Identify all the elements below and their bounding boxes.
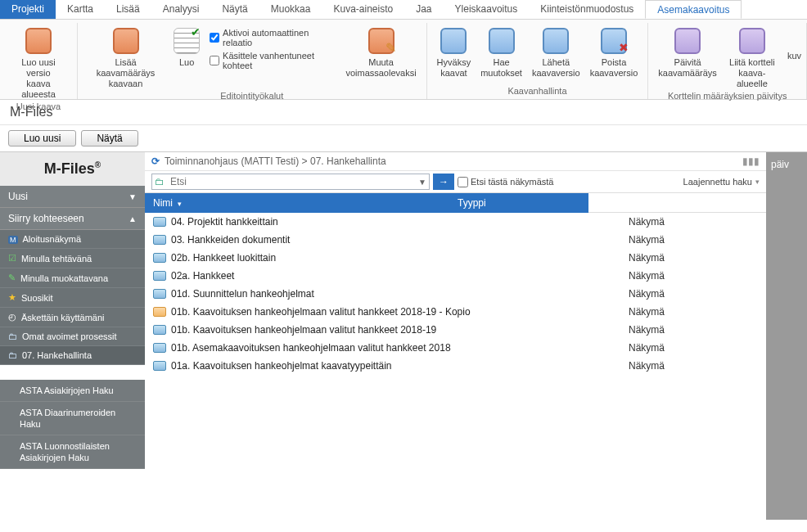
tab-analyysi[interactable]: Analyysi	[151, 0, 211, 19]
lisaa-kaavamaarays-button[interactable]: Lisää kaavamääräyskaavaan	[83, 23, 169, 91]
list-rows: 04. Projektit hankkeittainNäkymä03. Hank…	[145, 213, 766, 375]
search-icon: 🗀	[152, 176, 167, 187]
list-item[interactable]: 01b. Kaavoituksen hankeohjelmaan valitut…	[145, 303, 766, 321]
detail-pane-header	[588, 193, 766, 213]
sidebar-item-tehtavana[interactable]: Minulla tehtävänä	[0, 249, 145, 268]
search-input[interactable]	[167, 175, 416, 189]
item-name: 02a. Hankkeet	[171, 270, 629, 282]
star-icon	[8, 292, 16, 303]
home-icon	[8, 234, 18, 244]
folder-icon	[153, 307, 166, 317]
breadcrumb-bar: ⟳ Toiminnanohjaus (MATTI Testi) > 07. Ha…	[145, 152, 766, 171]
list-item[interactable]: 01d. Suunnittelun hankeohjelmatNäkymä	[145, 285, 766, 303]
luo-button[interactable]: Luo	[169, 23, 205, 70]
search-go-button[interactable]: →	[433, 174, 454, 190]
folder-icon	[153, 361, 166, 371]
list-item[interactable]: 04. Projektit hankkeittainNäkymä	[145, 213, 766, 231]
task-icon	[8, 253, 16, 264]
item-type: Näkymä	[629, 234, 758, 246]
folder-icon	[153, 343, 166, 353]
sidebar-item-suosikit[interactable]: Suosikit	[0, 288, 145, 308]
list-item[interactable]: 02b. Hankkeet luokittainNäkymä	[145, 249, 766, 267]
folder-icon	[153, 217, 166, 227]
tab-kiinteistonmuodostus[interactable]: Kiinteistönmuodostus	[529, 0, 645, 19]
partial-button[interactable]: kuv	[782, 23, 801, 63]
menu-tabs: Projekti Kartta Lisää Analyysi Näytä Muo…	[0, 0, 807, 20]
column-header-tyyppi[interactable]: Tyyppi	[449, 193, 588, 213]
sort-desc-icon	[176, 197, 182, 209]
sidebar-item-omat-prosessit[interactable]: Omat avoimet prosessit	[0, 327, 145, 346]
hyvaksy-kaavat-button[interactable]: Hyväksykaavat	[432, 23, 476, 80]
mfiles-toolbar: Luo uusi Näytä	[0, 125, 807, 151]
sidebar-item-askettain[interactable]: Äskettäin käyttämäni	[0, 308, 145, 327]
tab-yleiskaavoitus[interactable]: Yleiskaavoitus	[444, 0, 530, 19]
column-header-nimi[interactable]: Nimi	[145, 193, 449, 213]
luo-uusi-button[interactable]: Luo uusi	[8, 130, 76, 147]
kasittele-vanhentuneet-checkbox[interactable]: Käsittele vanhentuneet kohteet	[210, 51, 336, 70]
signal-icon[interactable]: ▮▮▮	[742, 156, 760, 167]
poista-kaavaversio-button[interactable]: Poistakaavaversio	[585, 23, 643, 80]
tab-kartta[interactable]: Kartta	[56, 0, 105, 19]
send-icon	[543, 28, 569, 54]
sidebar: M-Files® Uusi▼ Siirry kohteeseen▲ Aloitu…	[0, 152, 145, 520]
sidebar-item-asta-diaari[interactable]: ASTA Diaarinumeroiden Haku	[0, 402, 145, 435]
list-item[interactable]: 01b. Asemakaavoituksen hankeohjelmaan va…	[145, 339, 766, 357]
group-kaavanhallinta-label: Kaavanhallinta	[507, 86, 566, 97]
paivita-kaavamaarays-button[interactable]: Päivitäkaavamääräys	[653, 23, 722, 80]
tab-kuva-aineisto[interactable]: Kuva-aineisto	[322, 0, 404, 19]
tab-lisaa[interactable]: Lisää	[105, 0, 151, 19]
list-item[interactable]: 03. Hankkeiden dokumentitNäkymä	[145, 231, 766, 249]
folder-icon	[8, 350, 17, 360]
sidebar-section-uusi[interactable]: Uusi▼	[0, 186, 145, 208]
luo-uusi-versio-button[interactable]: Luo uusi versiokaava alueesta	[5, 23, 72, 101]
list-item[interactable]: 01a. Kaavoituksen hankeohjelmat kaavatyy…	[145, 357, 766, 375]
tab-nayta[interactable]: Näytä	[210, 0, 259, 19]
panel-title: M-Files	[0, 100, 807, 125]
item-type: Näkymä	[629, 306, 758, 318]
mfiles-logo: M-Files®	[0, 152, 145, 186]
search-dropdown-icon[interactable]: ▼	[416, 178, 429, 187]
sidebar-item-asta-asiakirjojen[interactable]: ASTA Asiakirjojen Haku	[0, 380, 145, 402]
layer-icon	[25, 28, 52, 54]
search-scope-checkbox[interactable]: Etsi tästä näkymästä	[458, 177, 554, 187]
sidebar-item-asta-luonnos[interactable]: ASTA Luonnostilaisten Asiakirjojen Haku	[0, 435, 145, 469]
fetch-icon	[489, 28, 515, 54]
sidebar-item-muokattavana[interactable]: Minulla muokattavana	[0, 268, 145, 288]
right-panel-label: päiv	[766, 152, 807, 177]
search-scope-input[interactable]	[458, 177, 468, 187]
nayta-button[interactable]: Näytä	[81, 130, 138, 147]
mfiles-main: M-Files® Uusi▼ Siirry kohteeseen▲ Aloitu…	[0, 151, 807, 520]
tab-asemakaavoitus[interactable]: Asemakaavoitus	[645, 0, 742, 19]
item-name: 01b. Kaavoituksen hankeohjelmaan valitut…	[171, 306, 629, 318]
list-item[interactable]: 02a. HankkeetNäkymä	[145, 267, 766, 285]
recent-icon	[8, 312, 16, 322]
sidebar-item-hankehallinta[interactable]: 07. Hankehallinta	[0, 346, 145, 365]
liita-kortteli-button[interactable]: Liitä korttelikaava-alueelle	[722, 23, 782, 91]
laheta-kaavaversio-button[interactable]: Lähetäkaavaversio	[527, 23, 585, 80]
kasittele-vanhentuneet-input[interactable]	[210, 56, 219, 65]
item-name: 01b. Asemakaavoituksen hankeohjelmaan va…	[171, 342, 629, 354]
item-type: Näkymä	[629, 360, 758, 372]
item-type: Näkymä	[629, 216, 758, 228]
sidebar-section-siirry[interactable]: Siirry kohteeseen▲	[0, 208, 145, 230]
item-type: Näkymä	[629, 252, 758, 264]
search-mode-link[interactable]: Laajennettu haku	[683, 177, 760, 187]
breadcrumb[interactable]: Toiminnanohjaus (MATTI Testi) > 07. Hank…	[165, 156, 386, 167]
muuta-voimassaolevaksi-button[interactable]: Muutavoimassaolevaksi	[340, 23, 421, 80]
tab-jaa[interactable]: Jaa	[404, 0, 443, 19]
folder-icon	[153, 289, 166, 299]
hae-muutokset-button[interactable]: Haemuutokset	[476, 23, 527, 80]
update-icon	[674, 28, 701, 54]
list-item[interactable]: 01b. Kaavoituksen hankeohjelmaan valitut…	[145, 321, 766, 339]
aktivoi-relaatio-input[interactable]	[210, 33, 219, 43]
refresh-icon[interactable]: ⟳	[151, 156, 160, 167]
sidebar-item-aloitusnakyma[interactable]: Aloitusnäkymä	[0, 230, 145, 249]
group-editointi-label: Editointityökalut	[220, 91, 283, 102]
folder-icon	[8, 331, 17, 341]
tab-muokkaa[interactable]: Muokkaa	[259, 0, 322, 19]
item-name: 01d. Suunnittelun hankeohjelmat	[171, 288, 629, 300]
aktivoi-relaatio-checkbox[interactable]: Aktivoi automaattinen relaatio	[210, 28, 336, 47]
delete-icon	[601, 28, 627, 54]
tab-projekti[interactable]: Projekti	[0, 0, 56, 19]
ribbon: Luo uusi versiokaava alueesta Uusi kaava…	[0, 20, 807, 100]
